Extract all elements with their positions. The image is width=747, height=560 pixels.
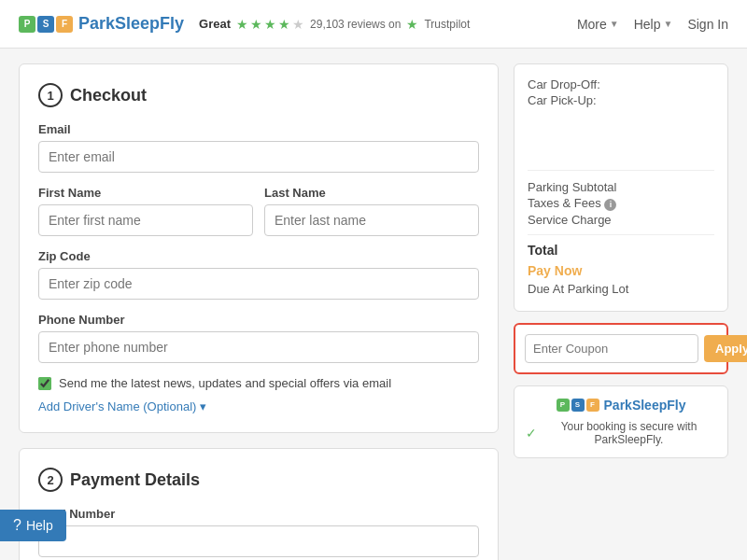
add-driver-link[interactable]: Add Driver's Name (Optional) ▾: [38, 399, 479, 413]
star-3: ★: [264, 17, 276, 32]
step-1-circle: 1: [38, 83, 63, 107]
logo-area[interactable]: P S F ParkSleepFly: [19, 14, 184, 34]
coupon-card: Apply: [514, 323, 728, 374]
taxes-row: Taxes & Fees i: [528, 196, 714, 211]
nav-signin[interactable]: Sign In: [687, 17, 728, 32]
phone-input[interactable]: [38, 331, 479, 363]
pay-now-row: Pay Now: [528, 263, 714, 278]
left-panel: 1 Checkout Email First Name Last Name: [19, 63, 499, 560]
secure-logo-icon: P S F: [557, 399, 599, 412]
first-name-label: First Name: [38, 186, 253, 200]
stars: ★ ★ ★ ★ ★: [236, 17, 304, 32]
pay-now-label: Pay Now: [528, 263, 582, 278]
main-content: 1 Checkout Email First Name Last Name: [0, 49, 747, 560]
first-name-group: First Name: [38, 186, 253, 236]
total-label: Total: [528, 243, 557, 258]
newsletter-checkbox[interactable]: [38, 377, 51, 390]
nav-more[interactable]: More ▼: [577, 17, 619, 32]
summary-top: Car Drop-Off: Car Pick-Up:: [528, 77, 714, 171]
checkout-section: 1 Checkout Email First Name Last Name: [19, 63, 499, 433]
newsletter-label: Send me the latest news, updates and spe…: [59, 376, 391, 390]
name-row: First Name Last Name: [38, 186, 479, 249]
apply-button[interactable]: Apply: [704, 335, 747, 362]
parking-subtotal-row: Parking Subtotal: [528, 180, 714, 194]
dropoff-row: Car Drop-Off:: [528, 77, 714, 91]
help-button[interactable]: ? Help: [0, 510, 66, 541]
last-name-group: Last Name: [264, 186, 479, 236]
due-at-lot-label: Due At Parking Lot: [528, 282, 628, 296]
right-panel: Car Drop-Off: Car Pick-Up: Parking Subto…: [514, 63, 728, 560]
nav-help[interactable]: Help ▼: [634, 17, 673, 32]
chevron-down-icon: ▼: [610, 19, 619, 29]
email-input[interactable]: [38, 141, 479, 173]
secure-logo-orange: F: [586, 399, 599, 412]
dropoff-label: Car Drop-Off:: [528, 77, 600, 91]
secure-card: P S F ParkSleepFly ✓ Your booking is sec…: [514, 385, 728, 458]
logo-text: ParkSleepFly: [78, 14, 184, 34]
trustpilot-star-icon: ★: [406, 17, 418, 32]
zip-group: Zip Code: [38, 249, 479, 300]
service-row: Service Charge: [528, 213, 714, 227]
newsletter-row: Send me the latest news, updates and spe…: [38, 376, 479, 390]
trustpilot-label: Trustpilot: [424, 18, 470, 31]
secure-logo-green: P: [557, 399, 570, 412]
secure-logo-area: P S F ParkSleepFly: [526, 398, 716, 413]
first-name-input[interactable]: [38, 204, 253, 236]
logo-box-blue: S: [37, 16, 54, 33]
email-label: Email: [38, 122, 479, 136]
phone-label: Phone Number: [38, 313, 479, 327]
email-group: Email: [38, 122, 479, 173]
logo-icon: P S F: [19, 16, 73, 33]
taxes-info-icon[interactable]: i: [604, 199, 616, 211]
last-name-label: Last Name: [264, 186, 479, 200]
total-row: Total: [528, 243, 714, 258]
parking-subtotal-label: Parking Subtotal: [528, 180, 616, 194]
payment-title: 2 Payment Details: [38, 468, 479, 492]
card-number-input[interactable]: [38, 525, 479, 557]
taxes-label: Taxes & Fees i: [528, 196, 616, 211]
summary-card: Car Drop-Off: Car Pick-Up: Parking Subto…: [514, 63, 728, 312]
star-5: ★: [292, 17, 304, 32]
secure-logo-blue: S: [571, 399, 585, 412]
service-label: Service Charge: [528, 213, 612, 227]
checkmark-icon: ✓: [526, 426, 537, 441]
zip-label: Zip Code: [38, 249, 479, 263]
zip-input[interactable]: [38, 268, 479, 300]
due-at-lot-row: Due At Parking Lot: [528, 280, 714, 296]
logo-box-orange: F: [56, 16, 73, 33]
pickup-label: Car Pick-Up:: [528, 93, 597, 107]
star-2: ★: [250, 17, 262, 32]
last-name-input[interactable]: [264, 204, 479, 236]
step-2-circle: 2: [38, 468, 63, 492]
card-number-group: Card Number: [38, 507, 479, 557]
logo-box-green: P: [19, 16, 35, 33]
summary-divider: [528, 234, 714, 235]
site-header: P S F ParkSleepFly Great ★ ★ ★ ★ ★ 29,10…: [0, 0, 747, 49]
star-1: ★: [236, 17, 248, 32]
chevron-down-icon-driver: ▾: [200, 399, 206, 413]
header-nav: More ▼ Help ▼ Sign In: [577, 17, 728, 32]
pickup-row: Car Pick-Up:: [528, 93, 714, 107]
checkout-title: 1 Checkout: [38, 83, 479, 107]
secure-logo-text: ParkSleepFly: [604, 398, 686, 413]
chevron-down-icon-help: ▼: [664, 19, 673, 29]
rating-area: Great ★ ★ ★ ★ ★ 29,103 reviews on ★ Trus…: [199, 17, 470, 32]
star-4: ★: [278, 17, 290, 32]
coupon-input[interactable]: [525, 334, 698, 363]
phone-group: Phone Number: [38, 313, 479, 363]
rating-label: Great: [199, 17, 231, 31]
secure-text: ✓ Your booking is secure with ParkSleepF…: [526, 420, 716, 446]
help-icon: ?: [13, 517, 21, 534]
review-count: 29,103 reviews on: [310, 18, 401, 31]
card-number-label: Card Number: [38, 507, 479, 521]
payment-section: 2 Payment Details Card Number Expiration…: [19, 448, 499, 560]
